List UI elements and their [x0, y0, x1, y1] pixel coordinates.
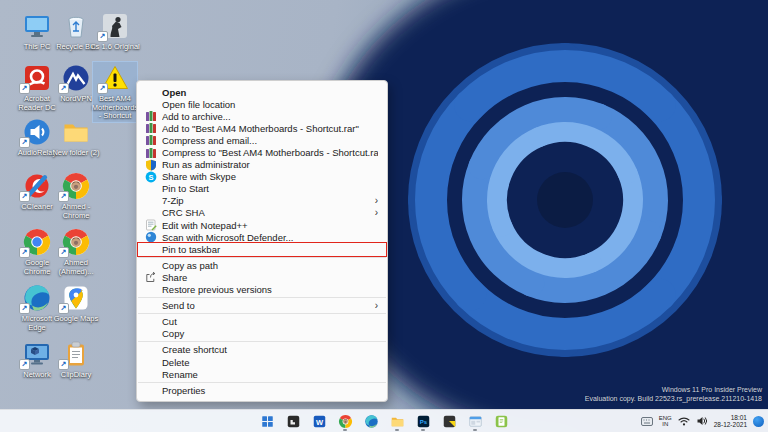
shortcut-arrow-badge: ↗	[97, 83, 108, 94]
submenu-arrow-icon: ›	[375, 301, 378, 311]
menu-item-7-zip[interactable]: 7-Zip›	[137, 195, 387, 207]
menu-item-rename[interactable]: Rename	[137, 368, 387, 380]
defender-icon	[143, 231, 158, 243]
taskbar-notepadpp-app-button[interactable]	[492, 411, 510, 431]
menu-item-label: Pin to taskbar	[162, 244, 378, 255]
menu-item-label: Run as administrator	[162, 159, 378, 170]
menu-item-send-to[interactable]: Send to›	[137, 300, 387, 312]
uac-shield-icon	[143, 159, 158, 171]
menu-item-edit-with-notepad[interactable]: Edit with Notepad++	[137, 219, 387, 231]
menu-item-label: Cut	[162, 316, 378, 327]
menu-item-pin-to-start[interactable]: Pin to Start	[137, 183, 387, 195]
clock-time: 18:01	[714, 414, 747, 422]
desktop-icon-clipdiary[interactable]: ↗ClipDiary	[54, 338, 98, 381]
running-indicator-dot	[421, 429, 425, 431]
language-indicator[interactable]: ENG IN	[659, 415, 672, 428]
menu-item-pin-to-taskbar[interactable]: Pin to taskbar	[137, 243, 387, 255]
svg-text:Ps: Ps	[419, 419, 427, 425]
ccleaner-icon: ↗	[22, 171, 52, 201]
menu-item-share[interactable]: Share	[137, 271, 387, 283]
notepadpp-icon	[143, 219, 158, 231]
clock[interactable]: 18:01 28-12-2021	[714, 414, 747, 429]
running-indicator-dot	[395, 429, 399, 431]
menu-item-add-to-archive[interactable]: Add to archive...	[137, 110, 387, 122]
desktop: This PCRecycle Bin↗Cs 1.6 Original↗Acrob…	[0, 0, 768, 432]
cs16-icon: ↗	[100, 11, 130, 41]
menu-item-copy[interactable]: Copy	[137, 328, 387, 340]
shortcut-arrow-badge: ↗	[58, 359, 69, 370]
desktop-icon-google-maps[interactable]: ↗Google Maps	[54, 282, 98, 325]
menu-icon-placeholder	[143, 368, 158, 380]
menu-item-label: Copy	[162, 328, 378, 339]
shortcut-arrow-badge: ↗	[19, 191, 30, 202]
menu-item-label: Compress to "Best AM4 Motherboards - Sho…	[162, 147, 378, 158]
chrome-icon: ↗	[22, 227, 52, 257]
menu-item-label: 7-Zip	[162, 195, 375, 206]
menu-item-properties[interactable]: Properties	[137, 384, 387, 396]
this-pc-icon	[22, 11, 52, 41]
taskbar-start-button[interactable]	[258, 411, 276, 431]
menu-item-label: Share	[162, 272, 378, 283]
menu-item-run-as-administrator[interactable]: Run as administrator	[137, 159, 387, 171]
desktop-icon-label: New folder (2)	[51, 149, 101, 158]
menu-item-label: Add to "Best AM4 Motherboards - Shortcut…	[162, 123, 378, 134]
menu-item-label: Send to	[162, 300, 375, 311]
shortcut-arrow-badge: ↗	[19, 247, 30, 258]
maps-icon: ↗	[61, 283, 91, 313]
desktop-icon-new-folder-2[interactable]: New folder (2)	[54, 116, 98, 159]
menu-item-label: Compress and email...	[162, 135, 378, 146]
desktop-icon-cs-1-6-original[interactable]: ↗Cs 1.6 Original	[93, 10, 137, 53]
submenu-arrow-icon: ›	[375, 196, 378, 206]
chrome-avatar-icon: ↗	[61, 171, 91, 201]
wifi-icon[interactable]	[678, 416, 690, 426]
volume-icon[interactable]	[696, 416, 708, 426]
acrobat-icon: ↗	[22, 63, 52, 93]
menu-item-label: Open file location	[162, 99, 378, 110]
watermark-line1: Windows 11 Pro Insider Preview	[585, 385, 762, 394]
clipdiary-icon: ↗	[61, 339, 91, 369]
desktop-icon-best-am4-motherboards-shortcut[interactable]: ↗Best AM4 Motherboards - Shortcut	[93, 62, 137, 122]
warning-icon: ↗	[100, 63, 130, 93]
notification-icon[interactable]	[753, 416, 764, 427]
taskbar-dark-app-button[interactable]	[284, 411, 302, 431]
taskbar-center-buttons: WPs	[258, 410, 510, 432]
submenu-arrow-icon: ›	[375, 208, 378, 218]
shortcut-arrow-badge: ↗	[19, 359, 30, 370]
menu-item-create-shortcut[interactable]: Create shortcut	[137, 344, 387, 356]
menu-icon-placeholder	[143, 259, 158, 271]
desktop-icon-label: Cs 1.6 Original	[90, 43, 140, 52]
touch-keyboard-icon[interactable]	[641, 417, 653, 426]
menu-item-delete[interactable]: Delete	[137, 356, 387, 368]
desktop-icon-label: Google Maps	[51, 315, 101, 324]
shortcut-arrow-badge: ↗	[58, 191, 69, 202]
menu-item-scan-with-microsoft-defender[interactable]: Scan with Microsoft Defender...	[137, 231, 387, 243]
menu-item-restore-previous-versions[interactable]: Restore previous versions	[137, 284, 387, 296]
menu-icon-placeholder	[143, 300, 158, 312]
language-line2: IN	[659, 421, 672, 428]
taskbar-potplayer-button[interactable]	[440, 411, 458, 431]
taskbar-photoshop-button[interactable]: Ps	[414, 411, 432, 431]
menu-item-compress-and-email[interactable]: Compress and email...	[137, 134, 387, 146]
menu-item-open-file-location[interactable]: Open file location	[137, 98, 387, 110]
menu-item-copy-as-path[interactable]: Copy as path	[137, 259, 387, 271]
taskbar-file-explorer-button[interactable]	[388, 411, 406, 431]
taskbar-word-button[interactable]: W	[310, 411, 328, 431]
menu-item-share-with-skype[interactable]: SShare with Skype	[137, 171, 387, 183]
menu-item-label: Create shortcut	[162, 344, 378, 355]
winrar-icon	[143, 122, 158, 134]
taskbar-window-app-button[interactable]	[466, 411, 484, 431]
shortcut-arrow-badge: ↗	[19, 83, 30, 94]
menu-item-cut[interactable]: Cut	[137, 316, 387, 328]
desktop-icon-acrobat-reader-dc[interactable]: ↗Acrobat Reader DC	[15, 62, 59, 113]
taskbar-edge-button[interactable]	[362, 411, 380, 431]
desktop-icon-microsoft-edge[interactable]: ↗Microsoft Edge	[15, 282, 59, 333]
desktop-icon-label: Ahmed (Ahmed)...	[51, 259, 101, 276]
desktop-icon-ahmed-chrome[interactable]: ↗Ahmed - Chrome	[54, 170, 98, 221]
menu-item-compress-to-best-am4-motherboards-shortcut-rar-and-email[interactable]: Compress to "Best AM4 Motherboards - Sho…	[137, 146, 387, 158]
menu-item-crc-sha[interactable]: CRC SHA›	[137, 207, 387, 219]
menu-item-add-to-best-am4-motherboards-shortcut-rar[interactable]: Add to "Best AM4 Motherboards - Shortcut…	[137, 122, 387, 134]
menu-item-open[interactable]: Open	[137, 86, 387, 98]
taskbar-chrome-profile-button[interactable]	[336, 411, 354, 431]
desktop-icon-ahmed-ahmed[interactable]: ↗Ahmed (Ahmed)...	[54, 226, 98, 277]
menu-item-label: Copy as path	[162, 260, 378, 271]
